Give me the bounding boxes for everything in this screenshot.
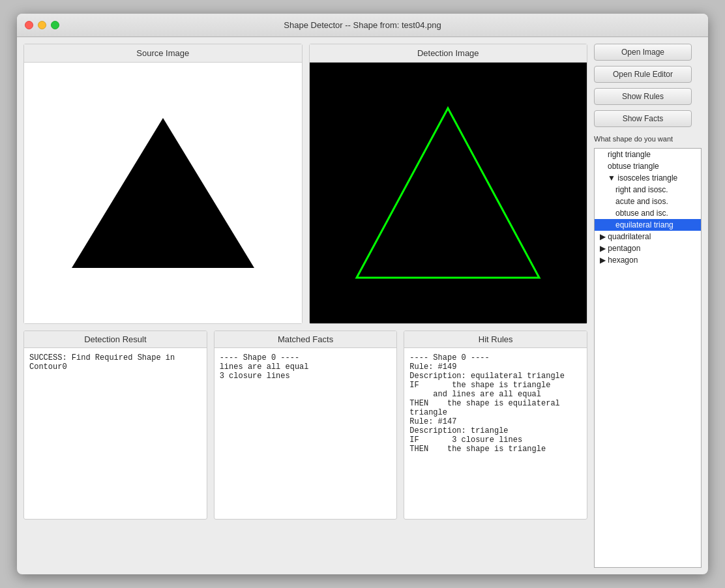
tree-item-obtuse-and-isc[interactable]: obtuse and isc. [595,207,701,219]
open-image-button[interactable]: Open Image [594,44,692,61]
detection-triangle-svg [344,95,552,291]
svg-marker-0 [357,108,539,278]
hit-rules-label: Hit Rules [404,331,587,348]
detection-result-label: Detection Result [24,331,207,348]
show-facts-button[interactable]: Show Facts [594,110,692,127]
left-panel: Source Image Detection Image [23,44,587,568]
titlebar: Shape Detector -- Shape from: test04.png [17,14,708,37]
tree-item-isosceles-triangle[interactable]: ▼ isosceles triangle [595,172,701,184]
tree-item-right-triangle[interactable]: right triangle [595,149,701,160]
hit-rules-content: ---- Shape 0 ---- Rule: #149 Description… [404,348,587,519]
tree-item-acute-and-isos[interactable]: acute and isos. [595,196,701,207]
tree-item-pentagon[interactable]: ▶ pentagon [595,243,701,254]
minimize-button[interactable] [38,21,46,29]
shape-selector-label: What shape do you want [594,135,702,143]
hit-rules-panel: Hit Rules ---- Shape 0 ---- Rule: #149 D… [404,331,587,520]
main-content: Source Image Detection Image [17,37,708,574]
open-rule-editor-button[interactable]: Open Rule Editor [594,66,692,83]
tree-item-obtuse-triangle[interactable]: obtuse triangle [595,160,701,172]
tree-item-quadrilateral[interactable]: ▶ quadrilateral [595,231,701,243]
detection-image-area [310,63,587,323]
matched-facts-panel: Matched Facts ---- Shape 0 ---- lines ar… [214,331,398,520]
tree-item-hexagon[interactable]: ▶ hexagon [595,254,701,266]
detection-result-content: SUCCESS: Find Required Shape in Contour0 [24,348,207,519]
detection-image-section: Detection Image [309,44,588,324]
bottom-panels: Detection Result SUCCESS: Find Required … [23,331,587,520]
main-window: Shape Detector -- Shape from: test04.png… [17,14,708,574]
close-button[interactable] [25,21,33,29]
source-image-area [24,63,302,323]
source-triangle [72,118,254,268]
show-rules-button[interactable]: Show Rules [594,88,692,105]
tree-item-right-and-isos[interactable]: right and isosc. [595,184,701,196]
detection-image-label: Detection Image [310,44,587,63]
right-panel: Open Image Open Rule Editor Show Rules S… [594,44,702,568]
tree-item-equilateral-triangle[interactable]: equilateral triang [595,219,701,231]
maximize-button[interactable] [51,21,59,29]
matched-facts-content: ---- Shape 0 ---- lines are all equal 3 … [215,348,397,519]
detection-result-panel: Detection Result SUCCESS: Find Required … [23,331,207,520]
matched-facts-label: Matched Facts [215,331,397,348]
source-image-section: Source Image [23,44,303,324]
shape-tree[interactable]: right triangle obtuse triangle▼ isoscele… [594,148,702,568]
source-image-label: Source Image [24,44,302,63]
window-title: Shape Detector -- Shape from: test04.png [284,20,441,30]
images-row: Source Image Detection Image [23,44,587,324]
traffic-lights [25,21,59,29]
